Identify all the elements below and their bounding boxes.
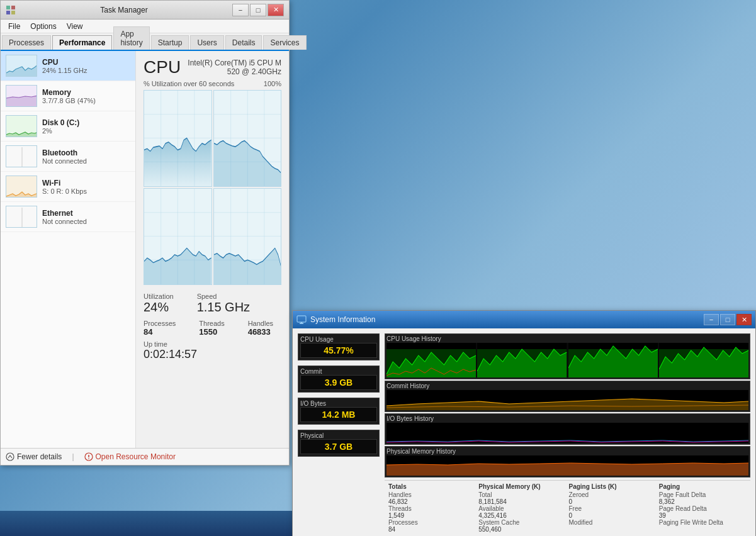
- sysinfo-restore-button[interactable]: □: [720, 314, 735, 325]
- io-history-section: I/O Bytes History: [385, 413, 750, 445]
- wifi-sidebar-label: Wi-Fi S: 0 R: 0 Kbps: [42, 179, 87, 195]
- threads-total-value: 1,549: [388, 512, 476, 519]
- disk-title: Disk 0 (C:): [42, 118, 79, 127]
- sysinfo-title-bar: System Information − □ ✕: [293, 311, 755, 328]
- commit-section: Commit 3.9 GB: [298, 366, 380, 393]
- physical-mem-col: Physical Memory (K) Total 8,181,584 Avai…: [478, 483, 566, 533]
- tab-services[interactable]: Services: [263, 35, 306, 50]
- ethernet-sub: Not connected: [42, 218, 87, 225]
- ethernet-title: Ethernet: [42, 209, 87, 218]
- totals-table: Totals Handles 46,832 Threads 1,549 Proc…: [385, 480, 750, 535]
- tab-performance[interactable]: Performance: [52, 35, 112, 50]
- resource-monitor-icon: [84, 452, 93, 461]
- modified-label: Modified: [569, 519, 657, 526]
- free-value: 0: [569, 512, 657, 519]
- title-bar: Task Manager − □ ✕: [1, 1, 289, 20]
- wifi-mini-chart: [6, 176, 37, 198]
- sysinfo-icon: [296, 315, 307, 325]
- utilization-value: 24%: [144, 300, 182, 315]
- bluetooth-title: Bluetooth: [42, 148, 87, 157]
- total-mem-label: Total: [478, 491, 566, 498]
- main-content: CPU Intel(R) Core(TM) i5 CPU M 520 @ 2.4…: [136, 51, 289, 465]
- tab-details[interactable]: Details: [225, 35, 262, 50]
- syscache-value: 550,460: [478, 526, 566, 533]
- handles-label: Handles: [248, 320, 281, 327]
- menu-file[interactable]: File: [3, 21, 25, 32]
- sysinfo-title-text: System Information: [310, 315, 375, 324]
- history-charts-col: CPU Usage History: [385, 333, 750, 531]
- cpu-chart-tl: [144, 90, 212, 187]
- tab-startup[interactable]: Startup: [151, 35, 189, 50]
- cpu-history-label: CPU Usage History: [386, 335, 748, 342]
- sidebar-item-ethernet[interactable]: Ethernet Not connected: [1, 202, 135, 232]
- open-resource-button[interactable]: Open Resource Monitor: [84, 452, 176, 461]
- sidebar-item-cpu[interactable]: CPU 24% 1.15 GHz: [1, 51, 135, 81]
- uptime-value: 0:02:14:57: [144, 348, 281, 361]
- threads-block: Threads 1550: [199, 320, 232, 337]
- speed-block: Speed 1.15 GHz: [197, 293, 258, 315]
- cpu-header: CPU Intel(R) Core(TM) i5 CPU M 520 @ 2.4…: [144, 57, 281, 77]
- pagingfile-label: Paging File Write Delta: [659, 519, 747, 526]
- tab-users[interactable]: Users: [190, 35, 223, 50]
- restore-button[interactable]: □: [250, 4, 266, 16]
- physical-section: Physical 3.7 GB: [298, 430, 380, 457]
- pagefault-value: 8,362: [659, 498, 747, 505]
- cpu-usage-section: CPU Usage 45.77%: [298, 333, 380, 360]
- wifi-sub: S: 0 R: 0 Kbps: [42, 187, 87, 195]
- sidebar-item-wifi[interactable]: Wi-Fi S: 0 R: 0 Kbps: [1, 172, 135, 202]
- cpu-panel-title: CPU: [144, 57, 181, 77]
- handles-total-value: 46,832: [388, 498, 476, 505]
- totals-col: Totals Handles 46,832 Threads 1,549 Proc…: [388, 483, 476, 533]
- sidebar-item-memory[interactable]: Memory 3.7/7.8 GB (47%): [1, 81, 135, 111]
- cpu-mini-chart: [6, 55, 37, 77]
- cpu-chart-bl: [144, 188, 212, 285]
- tab-processes[interactable]: Processes: [2, 35, 51, 50]
- commit-history-chart: [386, 390, 748, 410]
- physical-history-label: Physical Memory History: [386, 448, 748, 455]
- taskmanager-icon: [6, 5, 16, 15]
- sysinfo-minimize-button[interactable]: −: [704, 314, 719, 325]
- sysinfo-title-left: System Information: [296, 315, 375, 325]
- menu-view[interactable]: View: [62, 21, 88, 32]
- util-label: % Utilization over 60 seconds: [144, 80, 234, 87]
- placeholder-block: [273, 293, 281, 315]
- task-manager-window: Task Manager − □ ✕ File Options View Pro…: [0, 0, 290, 466]
- sidebar-item-disk[interactable]: Disk 0 (C:) 2%: [1, 111, 135, 142]
- free-label: Free: [569, 505, 657, 512]
- bluetooth-sidebar-label: Bluetooth Not connected: [42, 148, 87, 165]
- disk-sidebar-label: Disk 0 (C:) 2%: [42, 118, 79, 135]
- fewer-details-label: Fewer details: [17, 452, 62, 461]
- commit-value: 3.9 GB: [300, 375, 377, 390]
- physical-label: Physical: [300, 432, 377, 439]
- handles-block: Handles 46833: [248, 320, 281, 337]
- memory-sub: 3.7/7.8 GB (47%): [42, 97, 96, 104]
- tab-apphistory[interactable]: App history: [113, 26, 149, 50]
- sidebar-item-bluetooth[interactable]: Bluetooth Not connected: [1, 142, 135, 172]
- syscache-label: System Cache: [478, 519, 566, 526]
- ethernet-sidebar-label: Ethernet Not connected: [42, 209, 87, 225]
- memory-mini-chart: [6, 85, 37, 107]
- physical-value: 3.7 GB: [300, 439, 377, 454]
- sysinfo-body: CPU Usage 45.77% Commit 3.9 GB I/O Bytes…: [293, 328, 755, 536]
- handles-total-label: Handles: [388, 491, 476, 498]
- open-resource-label: Open Resource Monitor: [96, 452, 176, 461]
- commit-label: Commit: [300, 368, 377, 375]
- svg-rect-59: [386, 423, 748, 443]
- pageread-value: 39: [659, 512, 747, 519]
- menu-options[interactable]: Options: [25, 21, 61, 32]
- avail-mem-value: 4,325,416: [478, 512, 566, 519]
- svg-marker-8: [6, 192, 37, 198]
- svg-rect-1: [11, 6, 15, 9]
- pageread-label: Page Read Delta: [659, 505, 747, 512]
- svg-rect-42: [297, 316, 306, 322]
- close-button[interactable]: ✕: [268, 4, 284, 16]
- avail-mem-label: Available: [478, 505, 566, 512]
- io-bytes-value: 14.2 MB: [300, 407, 377, 422]
- sysinfo-close-button[interactable]: ✕: [736, 314, 752, 325]
- ethernet-mini-chart: [6, 206, 37, 228]
- fewer-details-button[interactable]: Fewer details: [6, 452, 62, 461]
- threads-value: 1550: [199, 327, 232, 337]
- utilization-label: Utilization: [144, 293, 182, 300]
- cpu-charts-grid: [144, 90, 281, 285]
- minimize-button[interactable]: −: [232, 4, 249, 16]
